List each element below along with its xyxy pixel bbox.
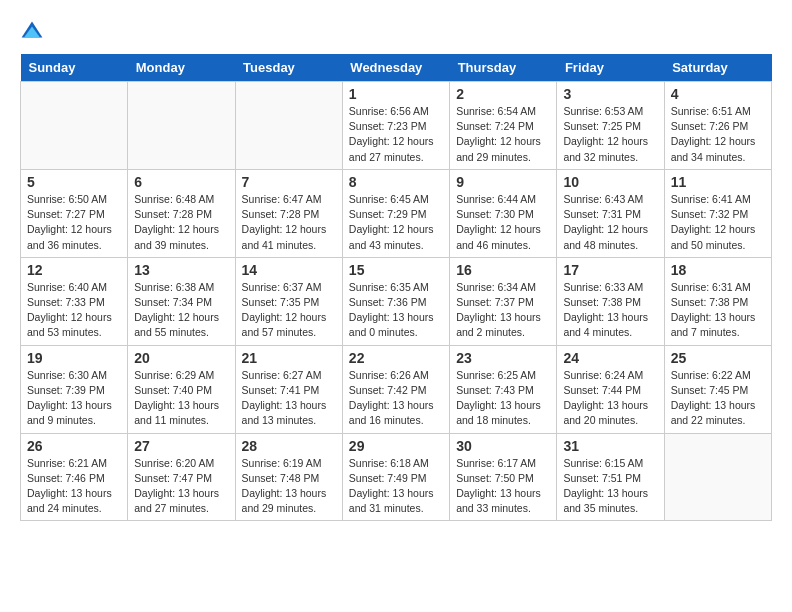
day-number: 20	[134, 350, 228, 366]
calendar-day-cell: 21Sunrise: 6:27 AM Sunset: 7:41 PM Dayli…	[235, 345, 342, 433]
calendar-day-cell: 9Sunrise: 6:44 AM Sunset: 7:30 PM Daylig…	[450, 169, 557, 257]
page-header	[20, 20, 772, 44]
calendar-day-cell: 18Sunrise: 6:31 AM Sunset: 7:38 PM Dayli…	[664, 257, 771, 345]
calendar-day-cell: 27Sunrise: 6:20 AM Sunset: 7:47 PM Dayli…	[128, 433, 235, 521]
day-number: 18	[671, 262, 765, 278]
calendar-day-cell: 28Sunrise: 6:19 AM Sunset: 7:48 PM Dayli…	[235, 433, 342, 521]
calendar-day-cell: 25Sunrise: 6:22 AM Sunset: 7:45 PM Dayli…	[664, 345, 771, 433]
calendar-day-cell: 8Sunrise: 6:45 AM Sunset: 7:29 PM Daylig…	[342, 169, 449, 257]
day-info: Sunrise: 6:35 AM Sunset: 7:36 PM Dayligh…	[349, 280, 443, 341]
day-info: Sunrise: 6:43 AM Sunset: 7:31 PM Dayligh…	[563, 192, 657, 253]
calendar-day-cell: 23Sunrise: 6:25 AM Sunset: 7:43 PM Dayli…	[450, 345, 557, 433]
calendar-day-cell: 5Sunrise: 6:50 AM Sunset: 7:27 PM Daylig…	[21, 169, 128, 257]
logo-icon	[20, 20, 44, 44]
calendar-day-cell: 2Sunrise: 6:54 AM Sunset: 7:24 PM Daylig…	[450, 82, 557, 170]
day-number: 15	[349, 262, 443, 278]
calendar-day-cell: 20Sunrise: 6:29 AM Sunset: 7:40 PM Dayli…	[128, 345, 235, 433]
day-number: 21	[242, 350, 336, 366]
day-info: Sunrise: 6:38 AM Sunset: 7:34 PM Dayligh…	[134, 280, 228, 341]
day-info: Sunrise: 6:51 AM Sunset: 7:26 PM Dayligh…	[671, 104, 765, 165]
day-info: Sunrise: 6:15 AM Sunset: 7:51 PM Dayligh…	[563, 456, 657, 517]
calendar-day-header: Tuesday	[235, 54, 342, 82]
day-number: 1	[349, 86, 443, 102]
day-info: Sunrise: 6:44 AM Sunset: 7:30 PM Dayligh…	[456, 192, 550, 253]
day-info: Sunrise: 6:47 AM Sunset: 7:28 PM Dayligh…	[242, 192, 336, 253]
day-info: Sunrise: 6:40 AM Sunset: 7:33 PM Dayligh…	[27, 280, 121, 341]
day-number: 22	[349, 350, 443, 366]
calendar-day-cell	[21, 82, 128, 170]
day-info: Sunrise: 6:27 AM Sunset: 7:41 PM Dayligh…	[242, 368, 336, 429]
calendar-day-cell: 31Sunrise: 6:15 AM Sunset: 7:51 PM Dayli…	[557, 433, 664, 521]
day-number: 14	[242, 262, 336, 278]
calendar-day-header: Friday	[557, 54, 664, 82]
calendar-day-cell: 26Sunrise: 6:21 AM Sunset: 7:46 PM Dayli…	[21, 433, 128, 521]
day-number: 24	[563, 350, 657, 366]
calendar-day-cell	[235, 82, 342, 170]
calendar-day-cell	[664, 433, 771, 521]
calendar-day-cell: 6Sunrise: 6:48 AM Sunset: 7:28 PM Daylig…	[128, 169, 235, 257]
day-number: 19	[27, 350, 121, 366]
calendar-day-cell: 15Sunrise: 6:35 AM Sunset: 7:36 PM Dayli…	[342, 257, 449, 345]
day-info: Sunrise: 6:45 AM Sunset: 7:29 PM Dayligh…	[349, 192, 443, 253]
calendar-day-cell: 24Sunrise: 6:24 AM Sunset: 7:44 PM Dayli…	[557, 345, 664, 433]
day-number: 7	[242, 174, 336, 190]
calendar-week-row: 5Sunrise: 6:50 AM Sunset: 7:27 PM Daylig…	[21, 169, 772, 257]
day-info: Sunrise: 6:31 AM Sunset: 7:38 PM Dayligh…	[671, 280, 765, 341]
day-number: 31	[563, 438, 657, 454]
calendar-day-cell: 14Sunrise: 6:37 AM Sunset: 7:35 PM Dayli…	[235, 257, 342, 345]
day-info: Sunrise: 6:33 AM Sunset: 7:38 PM Dayligh…	[563, 280, 657, 341]
day-info: Sunrise: 6:19 AM Sunset: 7:48 PM Dayligh…	[242, 456, 336, 517]
day-number: 9	[456, 174, 550, 190]
day-number: 16	[456, 262, 550, 278]
calendar-day-cell: 4Sunrise: 6:51 AM Sunset: 7:26 PM Daylig…	[664, 82, 771, 170]
day-number: 25	[671, 350, 765, 366]
calendar-day-cell: 22Sunrise: 6:26 AM Sunset: 7:42 PM Dayli…	[342, 345, 449, 433]
day-info: Sunrise: 6:41 AM Sunset: 7:32 PM Dayligh…	[671, 192, 765, 253]
day-info: Sunrise: 6:21 AM Sunset: 7:46 PM Dayligh…	[27, 456, 121, 517]
day-number: 12	[27, 262, 121, 278]
calendar-day-cell: 3Sunrise: 6:53 AM Sunset: 7:25 PM Daylig…	[557, 82, 664, 170]
calendar-table: SundayMondayTuesdayWednesdayThursdayFrid…	[20, 54, 772, 521]
day-info: Sunrise: 6:50 AM Sunset: 7:27 PM Dayligh…	[27, 192, 121, 253]
calendar-week-row: 12Sunrise: 6:40 AM Sunset: 7:33 PM Dayli…	[21, 257, 772, 345]
day-info: Sunrise: 6:34 AM Sunset: 7:37 PM Dayligh…	[456, 280, 550, 341]
day-number: 2	[456, 86, 550, 102]
day-number: 17	[563, 262, 657, 278]
day-number: 26	[27, 438, 121, 454]
logo	[20, 20, 48, 44]
day-number: 10	[563, 174, 657, 190]
calendar-day-cell: 12Sunrise: 6:40 AM Sunset: 7:33 PM Dayli…	[21, 257, 128, 345]
day-number: 11	[671, 174, 765, 190]
day-info: Sunrise: 6:48 AM Sunset: 7:28 PM Dayligh…	[134, 192, 228, 253]
calendar-day-cell: 29Sunrise: 6:18 AM Sunset: 7:49 PM Dayli…	[342, 433, 449, 521]
calendar-week-row: 26Sunrise: 6:21 AM Sunset: 7:46 PM Dayli…	[21, 433, 772, 521]
calendar-day-cell: 7Sunrise: 6:47 AM Sunset: 7:28 PM Daylig…	[235, 169, 342, 257]
calendar-day-cell: 30Sunrise: 6:17 AM Sunset: 7:50 PM Dayli…	[450, 433, 557, 521]
calendar-day-header: Sunday	[21, 54, 128, 82]
day-info: Sunrise: 6:54 AM Sunset: 7:24 PM Dayligh…	[456, 104, 550, 165]
day-info: Sunrise: 6:26 AM Sunset: 7:42 PM Dayligh…	[349, 368, 443, 429]
calendar-week-row: 1Sunrise: 6:56 AM Sunset: 7:23 PM Daylig…	[21, 82, 772, 170]
day-info: Sunrise: 6:20 AM Sunset: 7:47 PM Dayligh…	[134, 456, 228, 517]
day-info: Sunrise: 6:37 AM Sunset: 7:35 PM Dayligh…	[242, 280, 336, 341]
day-info: Sunrise: 6:30 AM Sunset: 7:39 PM Dayligh…	[27, 368, 121, 429]
day-info: Sunrise: 6:24 AM Sunset: 7:44 PM Dayligh…	[563, 368, 657, 429]
calendar-day-cell: 13Sunrise: 6:38 AM Sunset: 7:34 PM Dayli…	[128, 257, 235, 345]
day-number: 6	[134, 174, 228, 190]
day-number: 3	[563, 86, 657, 102]
day-info: Sunrise: 6:56 AM Sunset: 7:23 PM Dayligh…	[349, 104, 443, 165]
day-number: 30	[456, 438, 550, 454]
day-number: 13	[134, 262, 228, 278]
calendar-day-cell: 19Sunrise: 6:30 AM Sunset: 7:39 PM Dayli…	[21, 345, 128, 433]
day-info: Sunrise: 6:25 AM Sunset: 7:43 PM Dayligh…	[456, 368, 550, 429]
day-number: 29	[349, 438, 443, 454]
calendar-day-header: Thursday	[450, 54, 557, 82]
calendar-day-header: Wednesday	[342, 54, 449, 82]
day-number: 23	[456, 350, 550, 366]
calendar-day-cell	[128, 82, 235, 170]
calendar-day-cell: 17Sunrise: 6:33 AM Sunset: 7:38 PM Dayli…	[557, 257, 664, 345]
calendar-week-row: 19Sunrise: 6:30 AM Sunset: 7:39 PM Dayli…	[21, 345, 772, 433]
day-number: 4	[671, 86, 765, 102]
day-info: Sunrise: 6:18 AM Sunset: 7:49 PM Dayligh…	[349, 456, 443, 517]
day-number: 8	[349, 174, 443, 190]
